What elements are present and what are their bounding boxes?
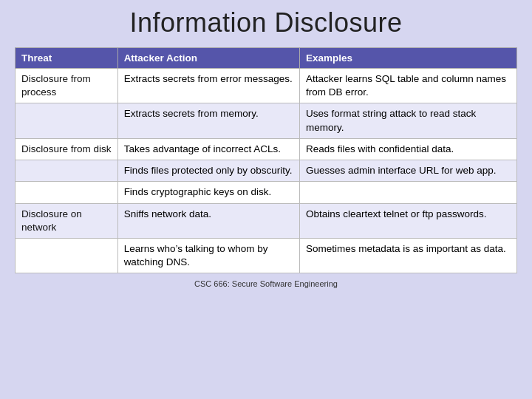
- cell-action: Learns who’s talking to whom by watching…: [117, 238, 299, 273]
- table-row: Disclosure from processExtracts secrets …: [16, 69, 517, 103]
- disclosure-table: Threat Attacker Action Examples Disclosu…: [15, 47, 517, 273]
- table-row: Finds files protected only by obscurity.…: [16, 160, 517, 182]
- cell-action: Sniffs network data.: [117, 203, 299, 238]
- cell-example: Reads files with confidential data.: [299, 138, 516, 160]
- cell-example: [299, 182, 516, 203]
- cell-example: Uses format string attack to read stack …: [299, 103, 516, 138]
- cell-action: Extracts secrets from memory.: [117, 103, 299, 138]
- table-row: Disclosure on networkSniffs network data…: [16, 203, 517, 238]
- cell-threat: [16, 103, 118, 138]
- cell-threat: Disclosure from disk: [16, 138, 118, 160]
- cell-threat: Disclosure from process: [16, 69, 118, 103]
- cell-action: Finds cryptographic keys on disk.: [117, 182, 299, 203]
- cell-action: Finds files protected only by obscurity.: [117, 160, 299, 182]
- table-row: Extracts secrets from memory.Uses format…: [16, 103, 517, 138]
- cell-example: Attacker learns SQL table and column nam…: [299, 69, 516, 103]
- col-examples: Examples: [299, 48, 516, 69]
- table-row: Finds cryptographic keys on disk.: [16, 182, 517, 203]
- footer-text: CSC 666: Secure Software Engineering: [194, 279, 338, 288]
- page-title: Information Disclosure: [129, 7, 402, 38]
- cell-example: Sometimes metadata is as important as da…: [299, 238, 516, 273]
- table-row: Disclosure from diskTakes advantage of i…: [16, 138, 517, 160]
- cell-example: Guesses admin interface URL for web app.: [299, 160, 516, 182]
- cell-action: Extracts secrets from error messages.: [117, 69, 299, 103]
- cell-threat: [16, 238, 118, 273]
- cell-threat: [16, 160, 118, 182]
- table-header-row: Threat Attacker Action Examples: [16, 48, 517, 69]
- cell-threat: Disclosure on network: [16, 203, 118, 238]
- table-row: Learns who’s talking to whom by watching…: [16, 238, 517, 273]
- col-action: Attacker Action: [117, 48, 299, 69]
- col-threat: Threat: [16, 48, 118, 69]
- cell-example: Obtains cleartext telnet or ftp password…: [299, 203, 516, 238]
- cell-action: Takes advantage of incorrect ACLs.: [117, 138, 299, 160]
- cell-threat: [16, 182, 118, 203]
